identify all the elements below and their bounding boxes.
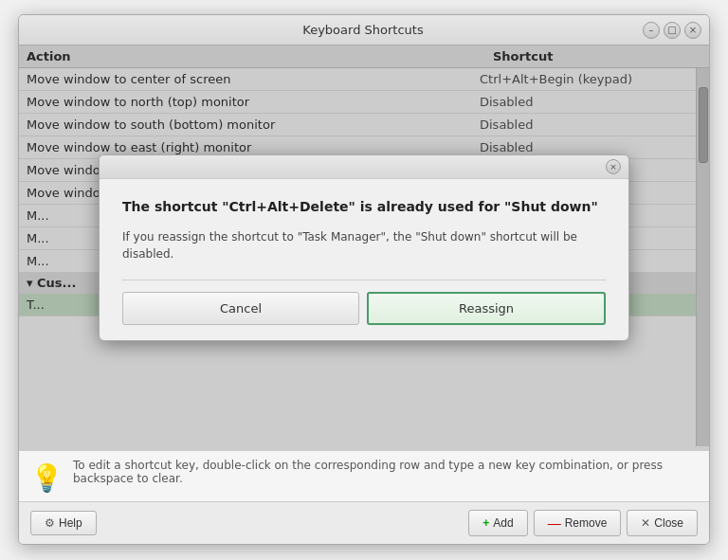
reassign-button[interactable]: Reassign (367, 292, 606, 325)
minimize-button[interactable]: – (643, 22, 660, 39)
modal-close-icon: × (610, 162, 617, 172)
footer: ⚙ Help + Add — Remove ✕ Close (19, 501, 709, 544)
close-label: Close (654, 516, 683, 530)
maximize-button[interactable]: □ (664, 22, 681, 39)
modal-body: The shortcut "Ctrl+Alt+Delete" is alread… (100, 179, 628, 340)
close-button[interactable]: × (684, 22, 701, 39)
modal-dialog: × The shortcut "Ctrl+Alt+Delete" is alre… (99, 154, 629, 341)
minimize-icon: – (649, 25, 654, 35)
modal-buttons: Cancel Reassign (122, 280, 606, 325)
table-container: Action Shortcut Move window to center of… (19, 45, 709, 450)
remove-button[interactable]: — Remove (534, 510, 622, 536)
help-icon: ⚙ (45, 516, 55, 530)
close-icon: × (689, 25, 697, 35)
help-button[interactable]: ⚙ Help (30, 511, 97, 535)
info-text: To edit a shortcut key, double-click on … (73, 459, 698, 485)
remove-label: Remove (565, 516, 608, 530)
info-icon: 💡 (30, 462, 64, 494)
maximize-icon: □ (667, 25, 676, 35)
window-title: Keyboard Shortcuts (83, 23, 643, 37)
main-window: Keyboard Shortcuts – □ × Action Shortcut… (18, 14, 710, 545)
add-button[interactable]: + Add (468, 510, 527, 536)
footer-left: ⚙ Help (30, 511, 97, 535)
close-icon: ✕ (641, 516, 650, 530)
close-main-button[interactable]: ✕ Close (627, 510, 698, 536)
add-icon: + (482, 516, 489, 530)
info-bar: 💡 To edit a shortcut key, double-click o… (19, 450, 709, 501)
modal-title-bar: × (100, 155, 628, 179)
window-controls: – □ × (643, 22, 701, 39)
footer-right: + Add — Remove ✕ Close (468, 510, 698, 536)
title-bar: Keyboard Shortcuts – □ × (19, 15, 709, 45)
modal-overlay: × The shortcut "Ctrl+Alt+Delete" is alre… (19, 45, 709, 450)
modal-text: If you reassign the shortcut to "Task Ma… (122, 228, 606, 262)
cancel-button[interactable]: Cancel (122, 292, 359, 325)
add-label: Add (493, 516, 513, 530)
modal-heading: The shortcut "Ctrl+Alt+Delete" is alread… (122, 198, 606, 217)
modal-close-button[interactable]: × (606, 159, 621, 174)
remove-icon: — (548, 515, 561, 531)
help-label: Help (59, 516, 82, 530)
